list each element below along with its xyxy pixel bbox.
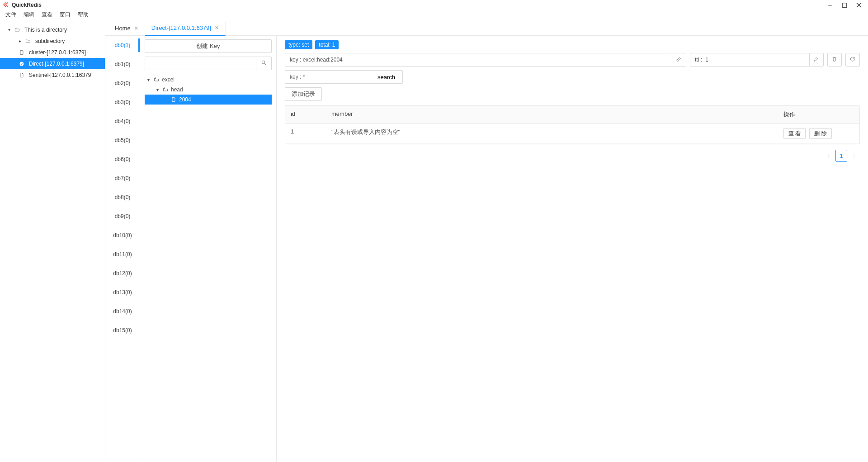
tree-subdirectory[interactable]: ▸ subdirectory	[0, 35, 105, 47]
maximize-button[interactable]	[842, 2, 847, 8]
page-number[interactable]: 1	[835, 150, 847, 162]
connection-label: Direct-[127.0.0.1:6379]	[29, 61, 84, 67]
total-badge: total: 1	[315, 40, 339, 49]
connection-label: Sentinel-[127.0.0.1:16379]	[29, 72, 93, 78]
db-item[interactable]: db2(0)	[105, 74, 140, 93]
ttl-input[interactable]	[690, 53, 809, 67]
menu-help[interactable]: 帮助	[78, 11, 89, 19]
db-item[interactable]: db4(0)	[105, 112, 140, 131]
menubar: 文件 编辑 查看 窗口 帮助	[0, 10, 868, 21]
col-header-actions: 操作	[778, 106, 859, 123]
chevron-down-icon: ▾	[147, 77, 154, 82]
edit-icon	[813, 56, 819, 63]
tabs-bar: Home ✕ Direct-[127.0.0.1:6379] ✕	[105, 21, 868, 36]
app-title: QuickRedis	[12, 2, 42, 8]
key-search-button[interactable]	[256, 57, 272, 70]
connection-item[interactable]: cluster-[127.0.0.1:6379]	[0, 47, 105, 58]
key-tree-label: head	[171, 86, 183, 93]
add-record-button[interactable]: 添加记录	[285, 87, 322, 101]
db-item[interactable]: db10(0)	[105, 226, 140, 245]
close-window-button[interactable]	[856, 2, 862, 8]
connection-label: cluster-[127.0.0.1:6379]	[29, 49, 86, 56]
file-icon	[171, 97, 177, 102]
db-item[interactable]: db0(1)	[105, 36, 140, 55]
db-item[interactable]: db7(0)	[105, 169, 140, 188]
tree-sub-label: subdirectory	[35, 38, 65, 44]
edit-ttl-button[interactable]	[809, 53, 824, 67]
delete-row-button[interactable]: 删 除	[809, 128, 831, 139]
titlebar: QuickRedis	[0, 0, 868, 10]
db-item[interactable]: db11(0)	[105, 245, 140, 264]
db-item[interactable]: db3(0)	[105, 93, 140, 112]
edit-key-button[interactable]	[672, 53, 686, 67]
menu-view[interactable]: 查看	[42, 11, 52, 19]
db-item[interactable]: db14(0)	[105, 302, 140, 321]
table-row: 1 "表头有误或导入内容为空" 查 看 删 除	[285, 124, 859, 144]
tree-root[interactable]: ▾ This is a directory	[0, 24, 105, 35]
minimize-button[interactable]	[827, 2, 833, 8]
db-item[interactable]: db9(0)	[105, 207, 140, 226]
chevron-down-icon: ▾	[8, 27, 14, 32]
chevron-down-icon: ▾	[156, 87, 163, 92]
search-icon	[261, 60, 267, 67]
view-button[interactable]: 查 看	[783, 128, 806, 139]
connection-item-active[interactable]: Direct-[127.0.0.1:6379]	[0, 58, 105, 69]
file-icon	[19, 72, 26, 78]
key-search-input[interactable]	[145, 57, 256, 70]
tab-label: Home	[115, 25, 131, 32]
tab-home[interactable]: Home ✕	[108, 21, 145, 36]
folder-open-icon	[163, 87, 169, 92]
connection-item[interactable]: Sentinel-[127.0.0.1:16379]	[0, 69, 105, 81]
close-icon[interactable]: ✕	[215, 25, 219, 31]
connection-sidebar: ▾ This is a directory ▸ subdirectory clu…	[0, 21, 105, 462]
database-list: db0(1) db1(0) db2(0) db3(0) db4(0) db5(0…	[105, 36, 140, 462]
folder-icon	[25, 38, 33, 44]
db-item[interactable]: db1(0)	[105, 55, 140, 74]
value-panel: type: set total: 1	[277, 36, 868, 462]
member-filter-input[interactable]	[285, 70, 370, 84]
type-badge: type: set	[285, 40, 312, 49]
members-table: id member 操作 1 "表头有误或导入内容为空" 查 看 删 除	[285, 105, 860, 144]
close-icon[interactable]: ✕	[134, 25, 138, 31]
create-key-button[interactable]: 创建 Key	[145, 39, 272, 53]
cell-id: 1	[285, 124, 326, 143]
cell-member: "表头有误或导入内容为空"	[326, 124, 778, 143]
key-tree-label: 2004	[179, 96, 191, 103]
tab-connection[interactable]: Direct-[127.0.0.1:6379] ✕	[145, 21, 226, 36]
db-item[interactable]: db8(0)	[105, 188, 140, 207]
key-tree-node[interactable]: ▾ excel	[145, 75, 272, 85]
col-header-id: id	[285, 106, 326, 123]
edit-icon	[676, 56, 682, 63]
db-item[interactable]: db12(0)	[105, 264, 140, 283]
db-item[interactable]: db15(0)	[105, 321, 140, 340]
key-panel: 创建 Key ▾ excel ▾ hea	[140, 36, 277, 462]
check-circle-icon	[19, 61, 26, 67]
menu-edit[interactable]: 编辑	[24, 11, 34, 19]
menu-file[interactable]: 文件	[5, 11, 16, 19]
member-search-button[interactable]: search	[370, 70, 403, 84]
svg-point-1	[20, 62, 24, 66]
trash-icon	[831, 56, 837, 63]
file-icon	[19, 50, 26, 55]
folder-icon	[14, 27, 22, 33]
next-page-icon[interactable]: 〉	[851, 152, 860, 160]
key-tree-node[interactable]: ▾ head	[145, 85, 272, 95]
key-tree-leaf-selected[interactable]: 2004	[145, 95, 272, 105]
svg-point-2	[262, 61, 265, 64]
db-item[interactable]: db13(0)	[105, 283, 140, 302]
tree-root-label: This is a directory	[24, 27, 67, 33]
menu-window[interactable]: 窗口	[60, 11, 71, 19]
tab-label: Direct-[127.0.0.1:6379]	[151, 24, 211, 31]
db-item[interactable]: db5(0)	[105, 131, 140, 150]
key-tree-label: excel	[162, 76, 175, 83]
svg-rect-0	[842, 3, 847, 7]
prev-page-icon[interactable]: 〈	[823, 152, 832, 160]
refresh-button[interactable]	[845, 53, 860, 67]
key-name-input[interactable]	[285, 53, 672, 67]
delete-key-button[interactable]	[827, 53, 842, 67]
pagination: 〈 1 〉	[285, 150, 860, 162]
chevron-right-icon: ▸	[19, 38, 25, 43]
db-item[interactable]: db6(0)	[105, 150, 140, 169]
col-header-member: member	[326, 106, 778, 123]
app-logo-icon	[3, 2, 9, 8]
